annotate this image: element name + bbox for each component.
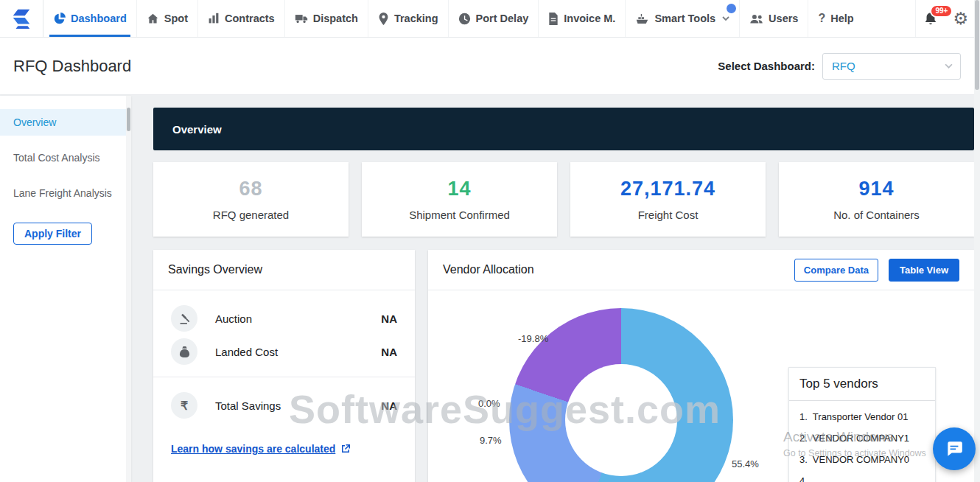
divider [153,377,415,377]
money-bag-icon [171,338,197,365]
chevron-down-icon [722,16,729,21]
notification-badge: 99+ [930,4,953,18]
stat-card-rfq-generated: 68 RFQ generated [153,162,349,237]
dashboard-select[interactable]: RFQ [822,53,961,80]
savings-row-label: Auction [215,312,381,325]
nav-help[interactable]: ? Help [808,0,863,37]
page-scrollbar-thumb[interactable] [975,0,979,90]
donut-hole [565,364,677,476]
stat-value: 68 [239,178,262,200]
vendor-list-item[interactable]: 1. Transporter Vendor 01 [799,411,925,422]
truck-icon [295,13,308,24]
vendor-chart-area: -19.8% 0.0% 9.7% 55.4% Top 5 vendors 1. … [428,290,974,482]
stat-label: Freight Cost [638,209,699,221]
auction-gavel-icon [171,305,197,332]
savings-body: Auction NA Landed Cost NA ₹ Total Saving… [153,290,415,455]
nav-smart-tools[interactable]: Smart Tools [625,0,739,37]
savings-row-value: NA [381,312,397,325]
nav-invoice[interactable]: Invoice M. [538,0,625,37]
external-link-icon [340,444,351,454]
stat-label: RFQ generated [213,209,289,221]
smart-tools-notification-dot [727,4,736,13]
nav-label: Tracking [394,13,438,24]
chat-icon [945,439,964,458]
nav-dashboard[interactable]: Dashboard [43,0,136,37]
stat-value: 914 [858,178,894,200]
savings-row-total-savings: ₹ Total Savings NA [171,392,397,419]
top-5-vendors-list: 1. Transporter Vendor 01 2. VENDOR COMPA… [789,401,935,482]
nav-users[interactable]: Users [739,0,808,37]
top-5-vendors-title: Top 5 vendors [789,368,935,401]
question-icon: ? [818,12,825,25]
apply-filter-button[interactable]: Apply Filter [13,223,92,245]
top-navigation: Dashboard Spot Contracts Dispatch [0,0,980,38]
dashboard-icon [53,13,66,25]
nav-label: Contracts [225,13,275,24]
vendor-list-item[interactable]: 3. VENDOR COMPANY0 [799,454,925,465]
nav-label: Help [830,13,853,24]
table-view-button[interactable]: Table View [889,259,959,282]
stat-value: 14 [447,178,471,200]
page: Dashboard Spot Contracts Dispatch [0,0,980,482]
savings-row-label: Total Savings [215,399,381,412]
rupee-icon: ₹ [171,392,197,419]
savings-row-value: NA [381,346,397,358]
location-pin-icon [378,13,389,25]
vendor-list-item[interactable]: 4. [799,475,925,482]
sidebar-scrollbar-thumb[interactable] [127,108,130,131]
savings-row-label: Landed Cost [215,346,381,358]
document-icon [548,13,559,25]
vendor-rank: 2. [799,433,808,444]
sidebar-item-total-cost-analysis[interactable]: Total Cost Analysis [0,144,131,171]
app-logo[interactable] [0,0,43,37]
select-dashboard-label: Select Dashboard: [718,60,815,72]
nav-dispatch[interactable]: Dispatch [284,0,368,37]
vendor-allocation-title: Vendor Allocation [443,263,534,276]
chart-callout: 9.7% [480,435,502,446]
notifications-button[interactable]: 99+ [923,11,938,27]
dashboard-select-group: Select Dashboard: RFQ [718,53,961,80]
vendor-allocation-panel: Vendor Allocation Compare Data Table Vie… [428,250,974,482]
users-icon [749,13,763,24]
ship-icon [635,13,649,24]
dashboard-select-value: RFQ [832,60,855,72]
sidebar-item-overview[interactable]: Overview [0,109,131,136]
savings-calculated-link[interactable]: Learn how savings are calculated [171,443,351,455]
page-header: RFQ Dashboard Select Dashboard: RFQ [0,38,974,95]
vendor-list-item[interactable]: 2. VENDOR COMPANY1 [799,433,925,444]
savings-overview-panel: Savings Overview Auction NA Lan [153,250,415,482]
savings-link-label: Learn how savings are calculated [171,443,335,455]
nav-contracts[interactable]: Contracts [197,0,284,37]
stat-card-freight-cost: 27,171.74 Freight Cost [570,162,766,237]
nav-port-delay[interactable]: Port Delay [448,0,539,37]
overview-section-title: Overview [172,123,222,136]
nav-label: Dispatch [313,13,358,24]
stat-card-shipment-confirmed: 14 Shipment Confirmed [362,162,557,237]
logo-icon [9,7,34,29]
stat-card-containers: 914 No. of Containers [779,162,974,237]
sidebar-scrollbar[interactable] [126,96,131,482]
compare-data-button[interactable]: Compare Data [794,259,878,282]
sidebar: Overview Total Cost Analysis Lane Freigh… [0,96,131,482]
nav-label: Smart Tools [654,13,715,24]
chart-callout: 0.0% [478,398,500,409]
stat-label: Shipment Confirmed [409,209,510,221]
nav-items: Dashboard Spot Contracts Dispatch [43,0,864,37]
vendor-header-actions: Compare Data Table View [794,259,959,282]
savings-overview-title: Savings Overview [168,263,262,276]
nav-spot[interactable]: Spot [136,0,197,37]
page-scrollbar[interactable] [974,0,980,482]
home-icon [147,13,159,25]
sidebar-item-lane-freight-analysis[interactable]: Lane Freight Analysis [0,180,131,206]
chat-widget-button[interactable] [933,427,976,470]
savings-row-landed-cost: Landed Cost NA [171,338,397,365]
chart-callout: 55.4% [732,458,759,469]
vendor-allocation-header: Vendor Allocation Compare Data Table Vie… [428,250,974,290]
nav-tracking[interactable]: Tracking [368,0,448,37]
main-content: Overview 68 RFQ generated 14 Shipment Co… [153,108,974,482]
stat-label: No. of Containers [833,209,920,221]
nav-label: Dashboard [71,13,127,24]
top-5-vendors-panel: Top 5 vendors 1. Transporter Vendor 01 2… [788,367,936,482]
gear-icon[interactable]: ⚙ [953,10,968,27]
stat-value: 27,171.74 [620,178,715,200]
